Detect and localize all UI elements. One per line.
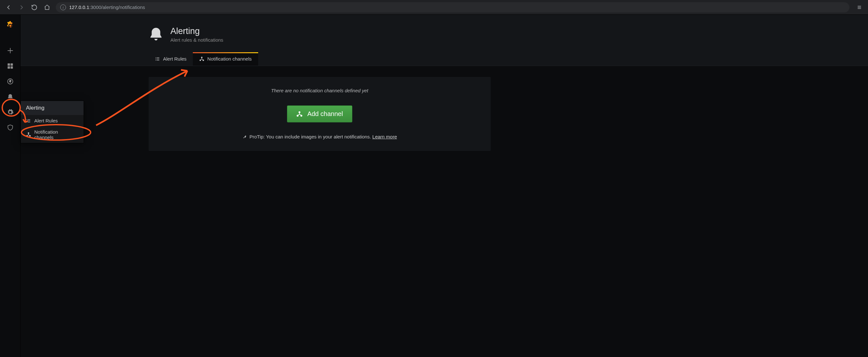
page-header-bell-icon (149, 27, 163, 42)
list-icon (155, 56, 160, 62)
page-header-area: Alerting Alert rules & notifications Ale… (21, 15, 868, 66)
svg-rect-6 (10, 66, 12, 68)
sidenav-item-alerting[interactable] (0, 89, 21, 105)
bell-icon (7, 93, 14, 100)
flyout-title: Alerting (21, 101, 84, 115)
svg-rect-1 (858, 7, 861, 8)
tab-alert-rules[interactable]: Alert Rules (149, 52, 193, 66)
svg-point-14 (28, 133, 29, 133)
sidenav-item-explore[interactable] (0, 74, 21, 89)
svg-rect-13 (28, 122, 30, 122)
browser-menu-button[interactable] (854, 2, 865, 13)
page-tabs: Alert Rules Notification channels (149, 52, 868, 66)
grafana-logo[interactable] (4, 20, 16, 31)
apps-icon (7, 62, 14, 69)
svg-rect-18 (157, 57, 159, 58)
tab-label: Notification channels (207, 56, 251, 62)
browser-address-bar[interactable]: i 127.0.0.1:3000/alerting/notifications (56, 2, 849, 12)
svg-point-17 (156, 57, 156, 58)
svg-rect-11 (28, 120, 30, 121)
browser-reload-button[interactable] (29, 2, 40, 13)
app-root: Alerting Alert Rules Notification channe… (0, 15, 868, 357)
svg-rect-3 (7, 63, 10, 66)
plus-icon (7, 47, 14, 54)
svg-rect-0 (858, 6, 861, 6)
sidenav-item-configuration[interactable] (0, 105, 21, 120)
gear-icon (7, 109, 14, 116)
svg-rect-5 (7, 66, 10, 68)
flyout-item-label: Alert Rules (34, 118, 58, 123)
sidenav-item-server-admin[interactable] (0, 120, 21, 135)
sidenav-item-create[interactable] (0, 43, 21, 58)
shield-icon (7, 124, 14, 131)
page-title: Alerting (170, 26, 223, 36)
svg-point-21 (156, 60, 156, 61)
svg-rect-2 (858, 8, 861, 9)
flyout-item-label: Notification channels (34, 129, 79, 140)
flyout-item-notification-channels[interactable]: Notification channels (21, 126, 84, 143)
browser-forward-button[interactable] (16, 2, 27, 13)
empty-state-card: There are no notification channels defin… (149, 77, 491, 151)
side-nav (0, 15, 21, 357)
share-icon (199, 56, 204, 62)
svg-point-10 (27, 120, 27, 121)
url-text: 127.0.0.1:3000/alerting/notifications (69, 4, 145, 10)
sidenav-flyout-alerting: Alerting Alert Rules Notification channe… (21, 100, 84, 143)
svg-rect-22 (157, 60, 159, 60)
browser-home-button[interactable] (42, 2, 53, 13)
svg-rect-9 (28, 119, 30, 120)
sidenav-item-dashboards[interactable] (0, 58, 21, 74)
browser-back-button[interactable] (3, 2, 14, 13)
share-icon (296, 111, 303, 117)
svg-point-8 (27, 119, 27, 120)
add-channel-label: Add channel (307, 110, 343, 118)
protip-row: ProTip: You can include images in your a… (158, 134, 481, 140)
share-icon (26, 132, 31, 137)
svg-point-23 (202, 57, 203, 58)
browser-toolbar: i 127.0.0.1:3000/alerting/notifications (0, 0, 868, 15)
svg-rect-20 (157, 59, 159, 59)
svg-point-12 (27, 122, 27, 122)
protip-text: ProTip: You can include images in your a… (249, 134, 372, 140)
add-channel-button[interactable]: Add channel (287, 106, 352, 122)
compass-icon (7, 78, 14, 85)
tab-label: Alert Rules (163, 56, 186, 62)
site-info-icon[interactable]: i (60, 4, 66, 10)
tab-notification-channels[interactable]: Notification channels (193, 52, 258, 66)
empty-state-message: There are no notification channels defin… (158, 88, 481, 93)
svg-point-19 (156, 59, 156, 59)
page-content-area: Alerting Alert rules & notifications Ale… (21, 15, 868, 357)
flyout-item-alert-rules[interactable]: Alert Rules (21, 115, 84, 126)
list-icon (26, 118, 31, 123)
svg-rect-4 (10, 63, 12, 66)
protip-learn-more-link[interactable]: Learn more (372, 134, 397, 140)
svg-point-26 (299, 112, 300, 113)
rocket-icon (243, 135, 247, 139)
page-subtitle: Alert rules & notifications (170, 37, 223, 42)
